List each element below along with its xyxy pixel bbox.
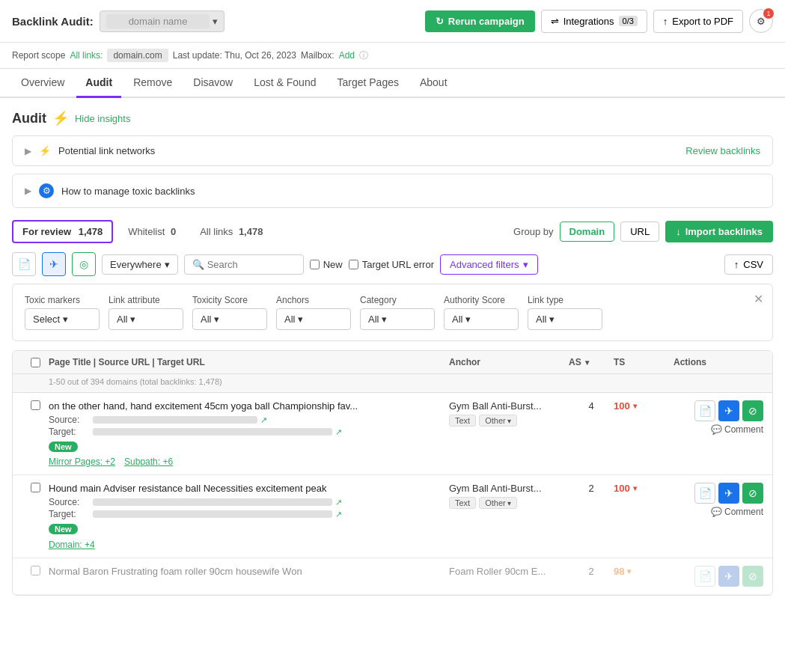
select-all-checkbox-cell[interactable]	[22, 358, 49, 367]
hide-insights-link[interactable]: Hide insights	[75, 113, 130, 124]
close-panel-button[interactable]: ✕	[754, 292, 763, 306]
row3-anchor-cell: Foam Roller 90cm E...	[449, 566, 569, 577]
file-icon-button[interactable]: 📄	[12, 252, 36, 276]
search-input-wrapper[interactable]: 🔍	[184, 254, 304, 275]
row2-target-url-bar	[93, 510, 332, 518]
select-all-checkbox[interactable]	[31, 358, 40, 367]
row1-checkbox-cell[interactable]	[22, 400, 49, 410]
link-attribute-dropdown[interactable]: All ▾	[109, 308, 183, 330]
info-card-manage-toxic[interactable]: ▶ ⚙ How to manage toxic backlinks	[12, 174, 773, 208]
filter-bar: For review 1,478 Whitelist 0 All links 1…	[12, 220, 773, 243]
upload-icon: ↑	[734, 259, 739, 270]
rerun-icon: ↻	[436, 16, 444, 27]
row1-target-ext-link[interactable]: ↗	[335, 427, 342, 437]
row1-telegram-action[interactable]: ✈	[718, 400, 739, 421]
toxic-markers-label: Toxic markers	[25, 295, 100, 305]
row3-ban-action[interactable]: ⊘	[742, 566, 763, 587]
anchors-field: Anchors All ▾	[276, 295, 351, 330]
advanced-filters-button[interactable]: Advanced filters ▾	[440, 254, 539, 275]
row2-target-ext-link[interactable]: ↗	[335, 510, 342, 519]
authority-score-field: Authority Score All ▾	[444, 295, 519, 330]
tab-overview[interactable]: Overview	[12, 69, 73, 98]
row1-source-ext-link[interactable]: ↗	[260, 415, 267, 425]
import-backlinks-button[interactable]: ↓ Import backlinks	[665, 221, 773, 242]
tab-disavow[interactable]: Disavow	[184, 69, 242, 98]
everywhere-dropdown[interactable]: Everywhere ▾	[102, 254, 178, 275]
row2-comment-link[interactable]: 💬 Comment	[711, 507, 763, 517]
anchors-dropdown[interactable]: All ▾	[276, 308, 351, 330]
row2-domain-plus[interactable]: Domain: +4	[49, 540, 95, 550]
row2-content: Hound main Adviser resistance ball Neces…	[49, 483, 449, 550]
row2-checkbox-cell[interactable]	[22, 483, 49, 492]
col-ts-header[interactable]: TS	[614, 357, 673, 367]
section-title-row: Audit ⚡ Hide insights	[12, 110, 773, 126]
row3-checkbox[interactable]	[31, 566, 40, 575]
domain-selector[interactable]: domain name ▾	[100, 10, 225, 32]
all-links-link[interactable]: All links:	[70, 50, 103, 61]
row3-ts-chevron[interactable]: ▾	[627, 567, 631, 575]
row1-ban-action[interactable]: ⊘	[742, 400, 763, 421]
integrations-icon: ⇌	[551, 16, 559, 27]
row1-file-action[interactable]: 📄	[694, 400, 715, 421]
mailbox-add-link[interactable]: Add	[339, 50, 355, 61]
link-attribute-label: Link attribute	[109, 295, 183, 305]
comment-icon: 💬	[711, 424, 722, 435]
toxic-markers-field: Toxic markers Select ▾	[25, 295, 100, 330]
row1-checkbox[interactable]	[31, 400, 40, 410]
row1-target-url-bar	[93, 428, 332, 436]
row1-ts-chevron[interactable]: ▾	[633, 402, 637, 410]
info-card-link-networks[interactable]: ▶ ⚡ Potential link networks Review backl…	[12, 135, 773, 166]
settings-button[interactable]: ⚙ 1	[749, 9, 773, 33]
col-as-header[interactable]: AS ▼	[569, 357, 614, 367]
export-pdf-button[interactable]: ↑ Export to PDF	[653, 10, 743, 33]
group-url-button[interactable]: URL	[620, 222, 659, 242]
tab-about[interactable]: About	[411, 69, 456, 98]
sort-as-icon: ▼	[584, 358, 591, 367]
toxicity-score-dropdown[interactable]: All ▾	[192, 308, 267, 330]
row1-anchor-tags: Text Other ▾	[449, 415, 569, 427]
row3-checkbox-cell[interactable]	[22, 566, 49, 575]
new-checkbox-label[interactable]: New	[310, 259, 343, 270]
circle-icon-button[interactable]: ◎	[72, 252, 96, 276]
row2-source-ext-link[interactable]: ↗	[335, 498, 342, 507]
integrations-button[interactable]: ⇌ Integrations 0/3	[541, 10, 647, 33]
tab-audit[interactable]: Audit	[76, 69, 121, 98]
filter-whitelist[interactable]: Whitelist 0	[119, 222, 185, 242]
search-input[interactable]	[207, 259, 290, 270]
filter-all-links[interactable]: All links 1,478	[191, 222, 272, 242]
row2-ts-chevron[interactable]: ▾	[633, 484, 637, 492]
tab-target-pages[interactable]: Target Pages	[328, 69, 408, 98]
row2-telegram-action[interactable]: ✈	[718, 483, 739, 504]
toxic-markers-dropdown[interactable]: Select ▾	[25, 308, 100, 330]
group-domain-button[interactable]: Domain	[560, 222, 615, 242]
tab-remove[interactable]: Remove	[124, 69, 181, 98]
row2-target: Target: ↗	[49, 509, 449, 519]
row2-actions: 📄 ✈ ⊘ 💬 Comment	[673, 483, 763, 517]
rerun-campaign-button[interactable]: ↻ Rerun campaign	[425, 10, 535, 32]
row1-as: 4	[569, 400, 614, 412]
new-checkbox[interactable]	[310, 260, 320, 269]
review-backlinks-link[interactable]: Review backlinks	[685, 145, 760, 156]
row2-as: 2	[569, 483, 614, 494]
row2-file-action[interactable]: 📄	[694, 483, 715, 504]
authority-score-dropdown[interactable]: All ▾	[444, 308, 519, 330]
category-dropdown[interactable]: All ▾	[360, 308, 435, 330]
row2-source: Source: ↗	[49, 497, 449, 507]
mailbox-label: Mailbox:	[301, 50, 335, 61]
row3-file-action[interactable]: 📄	[694, 566, 715, 587]
telegram-icon-button[interactable]: ✈	[42, 252, 66, 276]
row1-comment-link[interactable]: 💬 Comment	[711, 424, 763, 435]
link-type-dropdown[interactable]: All ▾	[528, 308, 602, 330]
filter-for-review[interactable]: For review 1,478	[12, 220, 113, 243]
csv-export-button[interactable]: ↑ CSV	[724, 254, 773, 275]
tab-lost-found[interactable]: Lost & Found	[245, 69, 325, 98]
row1-subpath[interactable]: Subpath: +6	[124, 456, 173, 467]
row2-checkbox[interactable]	[31, 483, 40, 492]
chevron-down-icon-2: ▾	[165, 259, 170, 270]
row1-mirror-pages[interactable]: Mirror Pages: +2	[49, 456, 115, 467]
link-type-field: Link type All ▾	[528, 295, 602, 330]
target-url-error-checkbox[interactable]	[349, 260, 358, 269]
target-url-error-label[interactable]: Target URL error	[349, 259, 434, 270]
row2-ban-action[interactable]: ⊘	[742, 483, 763, 504]
row3-telegram-action[interactable]: ✈	[718, 566, 739, 587]
